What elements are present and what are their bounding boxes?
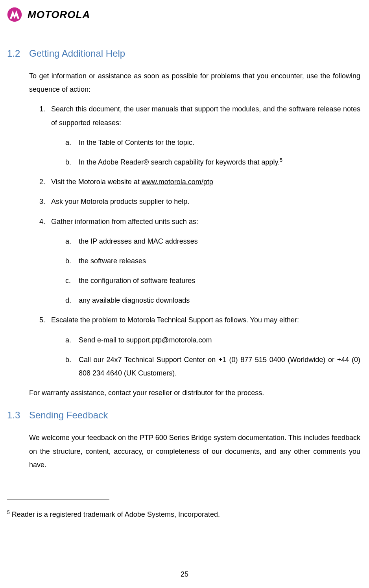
section-12-ordered-list: Search this document, the user manuals t… xyxy=(29,102,360,380)
item5-sub-a-pre: Send e-mail to xyxy=(79,336,126,344)
item5-text: Escalate the problem to Motorola Technic… xyxy=(51,316,299,324)
page-number: 25 xyxy=(0,570,369,579)
list-item: the software releases xyxy=(65,254,360,268)
item1-sub-a: In the Table of Contents for the topic. xyxy=(79,139,194,146)
svg-point-0 xyxy=(7,7,22,22)
list-item: In the Adobe Reader® search capability f… xyxy=(65,155,360,169)
list-item: the IP addresses and MAC addresses xyxy=(65,235,360,248)
motorola-website-link[interactable]: www.motorola.com/ptp xyxy=(142,178,213,186)
list-item: Send e-mail to support.ptp@motorola.com xyxy=(65,333,360,347)
footnote-ref-5[interactable]: 5 xyxy=(280,157,282,163)
item5-sub-b: Call our 24x7 Technical Support Center o… xyxy=(79,356,360,377)
item1-sub-b: In the Adobe Reader® search capability f… xyxy=(79,158,280,166)
section-12-heading: 1.2Getting Additional Help xyxy=(7,48,362,59)
section-13-heading: 1.3Sending Feedback xyxy=(7,410,362,421)
list-item: Gather information from affected units s… xyxy=(39,215,360,307)
list-item: Escalate the problem to Motorola Technic… xyxy=(39,313,360,380)
motorola-batwing-icon xyxy=(7,7,22,22)
list-item: any available diagnostic downloads xyxy=(65,294,360,307)
footnote-separator xyxy=(7,499,109,499)
footnote-text: Reader is a registered trademark of Adob… xyxy=(10,510,220,518)
section-12-intro: To get information or assistance as soon… xyxy=(29,69,360,96)
motorola-wordmark: MOTOROLA xyxy=(28,9,90,21)
list-item: Ask your Motorola products supplier to h… xyxy=(39,195,360,208)
section-12-number: 1.2 xyxy=(7,48,29,59)
item3-text: Ask your Motorola products supplier to h… xyxy=(51,198,189,205)
section-12-title: Getting Additional Help xyxy=(29,48,125,59)
list-item: the configuration of software features xyxy=(65,274,360,287)
footnote-marker: 5 xyxy=(7,510,10,515)
item4-text: Gather information from affected units s… xyxy=(51,218,198,226)
list-item: In the Table of Contents for the topic. xyxy=(65,136,360,149)
item4-sublist: the IP addresses and MAC addresses the s… xyxy=(51,235,360,307)
section-12-outro: For warranty assistance, contact your re… xyxy=(29,386,360,399)
list-item: Search this document, the user manuals t… xyxy=(39,102,360,169)
item5-sublist: Send e-mail to support.ptp@motorola.com … xyxy=(51,333,360,380)
list-item: Call our 24x7 Technical Support Center o… xyxy=(65,353,360,380)
section-13-title: Sending Feedback xyxy=(29,410,108,420)
header-logo-row: MOTOROLA xyxy=(7,7,362,26)
item4-sub-c: the configuration of software features xyxy=(79,277,195,285)
item1-text: Search this document, the user manuals t… xyxy=(51,105,360,126)
list-item: Visit the Motorola website at www.motoro… xyxy=(39,175,360,189)
section-13-number: 1.3 xyxy=(7,410,29,421)
item2-pre: Visit the Motorola website at xyxy=(51,178,142,186)
item1-sublist: In the Table of Contents for the topic. … xyxy=(51,136,360,169)
item4-sub-d: any available diagnostic downloads xyxy=(79,296,190,304)
support-email-link[interactable]: support.ptp@motorola.com xyxy=(126,336,212,344)
item4-sub-a: the IP addresses and MAC addresses xyxy=(79,237,198,245)
footnote-5: 5 Reader is a registered trademark of Ad… xyxy=(7,509,362,520)
section-13-body: We welcome your feedback on the PTP 600 … xyxy=(29,431,360,472)
item4-sub-b: the software releases xyxy=(79,257,146,265)
